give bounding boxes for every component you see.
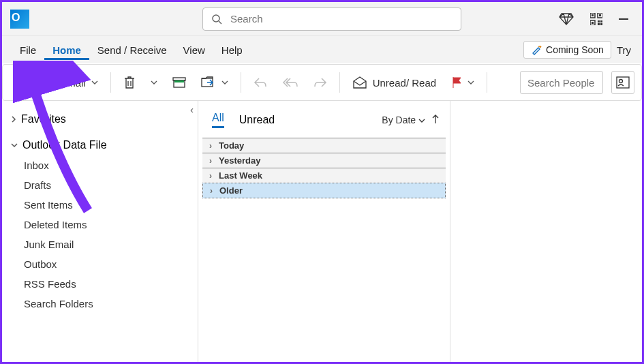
group-label: Today <box>219 140 244 151</box>
unread-read-button[interactable]: Unread/ Read <box>347 72 442 93</box>
tab-unread[interactable]: Unread <box>239 114 275 126</box>
chevron-down-icon <box>418 118 425 123</box>
envelope-open-icon <box>352 76 367 89</box>
new-email-icon <box>15 76 31 89</box>
flag-icon <box>451 76 462 89</box>
address-book-button[interactable] <box>611 71 634 94</box>
date-group-today[interactable]: ›Today <box>202 138 446 153</box>
menu-file[interactable]: File <box>12 40 44 60</box>
favorites-group[interactable]: Favorites <box>2 104 198 130</box>
delete-dropdown[interactable] <box>145 75 163 90</box>
reply-icon <box>254 77 267 88</box>
search-people-box[interactable] <box>520 71 603 94</box>
group-label: Yesterday <box>219 155 260 166</box>
menu-home[interactable]: Home <box>44 40 89 60</box>
chevron-down-icon <box>10 142 18 149</box>
folder-pane: ‹ Favorites Outlook Data File InboxDraft… <box>2 101 198 363</box>
new-email-button[interactable]: New Email <box>10 72 104 93</box>
coming-soon-label: Coming Soon <box>546 44 604 55</box>
premium-diamond-icon[interactable] <box>559 13 574 25</box>
chevron-right-icon: › <box>209 141 212 151</box>
global-search-box[interactable]: Search <box>202 7 461 31</box>
contact-card-icon <box>616 76 630 89</box>
date-group-yesterday[interactable]: ›Yesterday <box>202 153 446 168</box>
menu-send-receive[interactable]: Send / Receive <box>89 40 175 60</box>
archive-button[interactable] <box>167 73 191 92</box>
reply-all-button[interactable] <box>277 73 304 92</box>
folder-junk-email[interactable]: Junk Email <box>2 234 198 254</box>
forward-button[interactable] <box>308 73 333 92</box>
chevron-right-icon: › <box>209 171 212 181</box>
data-file-label: Outlook Data File <box>22 139 107 151</box>
qr-code-icon[interactable] <box>590 13 602 25</box>
folder-outbox[interactable]: Outbox <box>2 254 198 274</box>
reading-pane <box>450 101 642 363</box>
try-button[interactable]: Try <box>615 42 632 59</box>
delete-button[interactable] <box>118 72 141 93</box>
svg-rect-9 <box>600 20 602 22</box>
folder-sent-items[interactable]: Sent Items <box>2 195 198 215</box>
date-group-last-week[interactable]: ›Last Week <box>202 168 446 183</box>
svg-rect-10 <box>598 23 600 25</box>
flag-button[interactable] <box>446 72 480 93</box>
svg-rect-8 <box>598 20 600 22</box>
outlook-app-icon <box>10 10 29 29</box>
sort-by-date[interactable]: By Date <box>382 115 425 125</box>
move-to-folder-icon <box>201 76 216 89</box>
chevron-down-icon <box>467 79 474 86</box>
search-placeholder: Search <box>230 13 263 25</box>
group-label: Older <box>219 185 243 196</box>
main-area: ‹ Favorites Outlook Data File InboxDraft… <box>2 101 642 363</box>
svg-rect-18 <box>617 77 629 88</box>
menu-bar: File Home Send / Receive View Help Comin… <box>2 36 642 63</box>
svg-rect-3 <box>592 14 594 16</box>
trash-icon <box>123 76 136 89</box>
archive-icon <box>172 77 186 88</box>
window-minimize-button[interactable] <box>619 18 628 20</box>
unread-read-label: Unread/ Read <box>373 77 436 89</box>
menu-view[interactable]: View <box>175 40 213 60</box>
group-label: Last Week <box>219 170 262 181</box>
chevron-down-icon <box>221 79 228 86</box>
svg-rect-11 <box>600 23 602 25</box>
sort-label: By Date <box>382 115 416 125</box>
folder-inbox[interactable]: Inbox <box>2 155 198 175</box>
folder-search-folders[interactable]: Search Folders <box>2 294 198 314</box>
message-list-pane: All Unread By Date ›Today›Yesterday›Last… <box>198 101 450 363</box>
title-bar: Search <box>2 2 642 36</box>
svg-rect-5 <box>599 14 601 16</box>
tab-all[interactable]: All <box>212 112 224 128</box>
collapse-nav-button[interactable]: ‹ <box>190 104 194 115</box>
svg-line-1 <box>219 21 221 24</box>
chevron-down-icon <box>151 79 157 86</box>
folder-deleted-items[interactable]: Deleted Items <box>2 215 198 234</box>
chevron-down-icon[interactable] <box>91 79 98 86</box>
folder-drafts[interactable]: Drafts <box>2 175 198 195</box>
data-file-group[interactable]: Outlook Data File <box>2 130 198 155</box>
search-people-input[interactable] <box>521 77 602 89</box>
svg-rect-7 <box>592 22 594 24</box>
move-button[interactable] <box>196 72 234 93</box>
folder-rss-feeds[interactable]: RSS Feeds <box>2 274 198 294</box>
menu-help[interactable]: Help <box>213 40 251 60</box>
favorites-label: Favorites <box>21 113 66 125</box>
coming-soon-button[interactable]: Coming Soon <box>523 41 611 59</box>
chevron-right-icon: › <box>209 156 212 166</box>
chevron-right-icon <box>10 115 17 123</box>
sort-direction-button[interactable] <box>432 115 439 126</box>
reply-all-icon <box>282 77 298 88</box>
svg-rect-16 <box>174 80 184 82</box>
date-group-older[interactable]: ›Older <box>202 183 446 198</box>
svg-point-19 <box>619 80 623 83</box>
reply-button[interactable] <box>248 73 273 92</box>
chevron-right-icon: › <box>210 186 213 196</box>
forward-icon <box>313 77 327 88</box>
wand-icon <box>531 44 542 55</box>
search-icon <box>211 14 222 25</box>
ribbon-toolbar: New Email Unread/ Read <box>2 64 642 101</box>
new-email-label: New Email <box>37 77 86 89</box>
arrow-up-icon <box>432 115 439 124</box>
svg-point-0 <box>213 15 219 22</box>
